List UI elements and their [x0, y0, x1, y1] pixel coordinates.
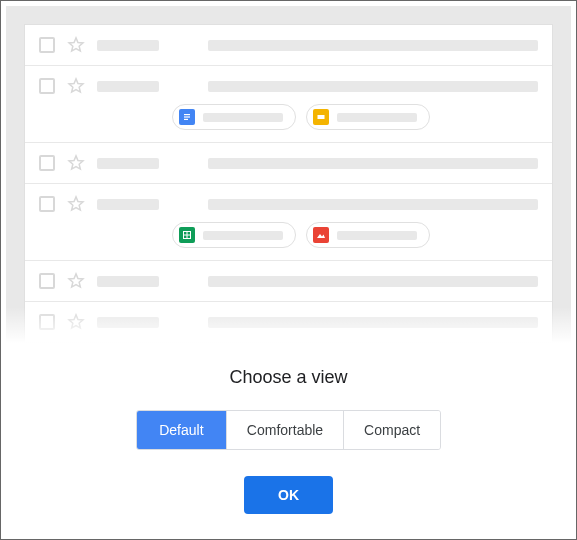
attachment-chip [172, 104, 296, 130]
star-icon [67, 313, 85, 331]
view-option-compact[interactable]: Compact [344, 411, 440, 449]
density-dialog: Choose a view Default Comfortable Compac… [6, 6, 571, 534]
preview-row [25, 143, 552, 184]
sender-placeholder [97, 276, 159, 287]
preview-row [25, 25, 552, 66]
checkbox-icon [39, 155, 55, 171]
preview-row [25, 184, 552, 261]
star-icon [67, 195, 85, 213]
ok-button[interactable]: OK [244, 476, 333, 514]
subject-placeholder [208, 81, 538, 92]
star-icon [67, 77, 85, 95]
star-icon [67, 154, 85, 172]
svg-rect-3 [318, 115, 325, 119]
star-icon [67, 272, 85, 290]
docs-icon [179, 109, 195, 125]
view-option-default[interactable]: Default [137, 411, 227, 449]
view-option-group: Default Comfortable Compact [136, 410, 441, 450]
subject-placeholder [208, 158, 538, 169]
checkbox-icon [39, 314, 55, 330]
checkbox-icon [39, 37, 55, 53]
checkbox-icon [39, 78, 55, 94]
density-preview [6, 6, 571, 343]
attachment-name-placeholder [203, 231, 283, 240]
sheets-icon [179, 227, 195, 243]
subject-placeholder [208, 199, 538, 210]
subject-placeholder [208, 276, 538, 287]
preview-row [25, 66, 552, 143]
dialog-title: Choose a view [16, 367, 561, 388]
attachment-chip [172, 222, 296, 248]
attachment-chip [306, 222, 430, 248]
sender-placeholder [97, 40, 159, 51]
sender-placeholder [97, 317, 159, 328]
svg-rect-1 [184, 116, 190, 117]
view-option-comfortable[interactable]: Comfortable [227, 411, 344, 449]
checkbox-icon [39, 273, 55, 289]
subject-placeholder [208, 317, 538, 328]
sender-placeholder [97, 81, 159, 92]
dialog-controls: Choose a view Default Comfortable Compac… [6, 343, 571, 534]
star-icon [67, 36, 85, 54]
preview-row [25, 261, 552, 302]
preview-row [25, 302, 552, 343]
slides-icon [313, 109, 329, 125]
subject-placeholder [208, 40, 538, 51]
sender-placeholder [97, 199, 159, 210]
checkbox-icon [39, 196, 55, 212]
preview-list [24, 24, 553, 343]
sender-placeholder [97, 158, 159, 169]
svg-rect-0 [184, 114, 190, 115]
svg-rect-2 [184, 119, 188, 120]
attachment-name-placeholder [337, 113, 417, 122]
svg-marker-7 [317, 234, 325, 238]
image-icon [313, 227, 329, 243]
attachment-name-placeholder [337, 231, 417, 240]
attachment-name-placeholder [203, 113, 283, 122]
attachment-chip [306, 104, 430, 130]
